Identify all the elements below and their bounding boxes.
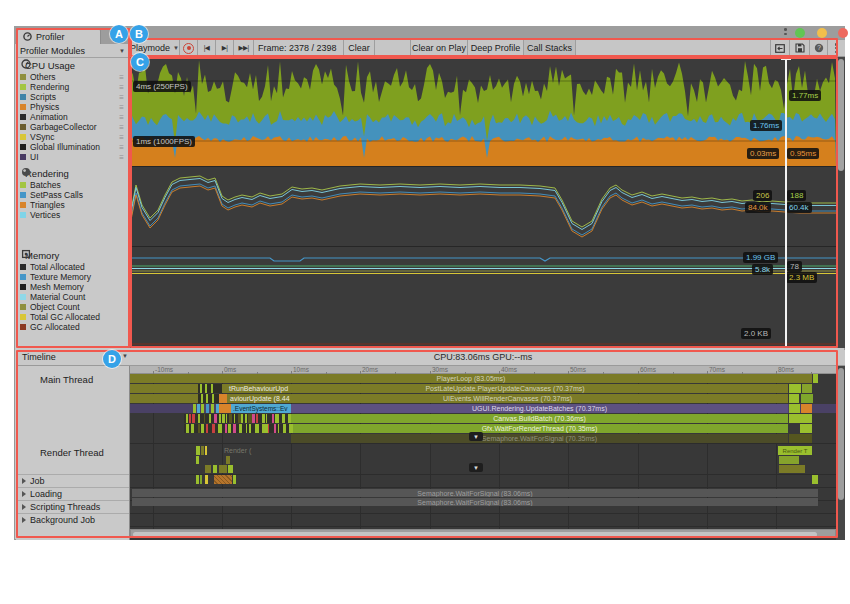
- timeline-sample-block[interactable]: [245, 414, 247, 423]
- timeline-sample-block[interactable]: [229, 414, 232, 423]
- timeline-sample-semaphore.waitforsignal[interactable]: Semaphore.WaitForSignal (83.06ms): [132, 498, 818, 506]
- window-minimize-button[interactable]: [817, 28, 827, 38]
- timeline-sample-block[interactable]: [226, 414, 228, 423]
- timeline-sample-block[interactable]: [789, 434, 812, 443]
- timeline-sample-block[interactable]: [234, 414, 236, 423]
- timeline-sample-block[interactable]: [206, 424, 208, 433]
- timeline-thread-loading[interactable]: Loading: [16, 487, 129, 500]
- deep-profile-toggle[interactable]: Deep Profile: [468, 40, 524, 56]
- timeline-sample-gfx.waitforrenderthread[interactable]: Gfx.WaitForRenderThread (70.35ms): [291, 424, 788, 433]
- timeline-sample-block[interactable]: [192, 414, 194, 423]
- timeline-sample-ugui.rendering.updatebatches[interactable]: UGUI.Rendering.UpdateBatches (70.37ms): [291, 404, 788, 413]
- timeline-sample-block[interactable]: [225, 424, 227, 433]
- timeline-sample-block[interactable]: [278, 424, 280, 433]
- timeline-sample-block[interactable]: [209, 414, 212, 423]
- timeline-sample-semaphore.waitforsignal[interactable]: Semaphore.WaitForSignal (83.06ms): [132, 489, 818, 497]
- timeline-sample-block[interactable]: [228, 465, 233, 473]
- timeline-view-dropdown[interactable]: Timeline ▼: [22, 352, 56, 362]
- timeline-sample-block[interactable]: [813, 374, 818, 383]
- timeline-sample-block[interactable]: [222, 414, 224, 423]
- timeline-sample-block[interactable]: [779, 456, 799, 464]
- legend-item-mesh-memory[interactable]: Mesh Memory: [20, 282, 128, 292]
- legend-item-setpass-calls[interactable]: SetPass Calls: [20, 190, 128, 200]
- legend-item-rendering[interactable]: Rendering≡: [20, 82, 128, 92]
- timeline-sample-block[interactable]: [233, 424, 236, 433]
- timeline-sample-aviourupdate[interactable]: aviourUpdate (8.44: [228, 394, 322, 403]
- timeline-sample-block[interactable]: [186, 414, 188, 423]
- timeline-sample-block[interactable]: [274, 424, 276, 433]
- legend-item-ui[interactable]: UI≡: [20, 152, 128, 162]
- call-stacks-toggle[interactable]: Call Stacks: [524, 40, 576, 56]
- save-profile-button[interactable]: [790, 40, 810, 56]
- drag-handle-icon[interactable]: ≡: [119, 103, 124, 112]
- timeline-sample-block[interactable]: [246, 424, 248, 433]
- timeline-sample-block[interactable]: [211, 384, 213, 393]
- legend-item-triangles[interactable]: Triangles: [20, 200, 128, 210]
- timeline-sample-block[interactable]: [191, 424, 194, 433]
- drag-handle-icon[interactable]: ≡: [119, 143, 124, 152]
- timeline-sample-trunbehaviourupd[interactable]: tRunBehaviourUpd: [227, 384, 319, 393]
- timeline-sample-render[interactable]: Render (: [222, 446, 284, 455]
- timeline-sample-block[interactable]: [201, 446, 204, 455]
- timeline-sample-block[interactable]: [275, 414, 278, 423]
- timeline-sample-block[interactable]: [219, 465, 227, 473]
- timeline-sample-block[interactable]: [206, 394, 208, 403]
- legend-item-animation[interactable]: Animation≡: [20, 112, 128, 122]
- timeline-sample-block[interactable]: [256, 414, 258, 423]
- clear-on-play-toggle[interactable]: Clear on Play: [410, 40, 468, 56]
- timeline-sample-playerloop[interactable]: PlayerLoop (83.05ms): [130, 374, 812, 383]
- clear-button[interactable]: Clear: [343, 40, 375, 56]
- timeline-sample-block[interactable]: [196, 446, 200, 455]
- selected-frame-handle[interactable]: [781, 57, 791, 60]
- timeline-sample-block[interactable]: [189, 414, 191, 423]
- timeline-sample-block[interactable]: [216, 404, 219, 413]
- timeline-sample-block[interactable]: [226, 456, 230, 464]
- expand-arrow-icon[interactable]: [22, 517, 26, 523]
- expand-arrow-icon[interactable]: [22, 478, 26, 484]
- timeline-sample-block[interactable]: [249, 424, 251, 433]
- overflow-marker[interactable]: ▼: [469, 463, 483, 472]
- timeline-sample-block[interactable]: [255, 424, 258, 433]
- timeline-sample-canvas.buildbatch[interactable]: Canvas.BuildBatch (70.36ms): [291, 414, 788, 423]
- drag-handle-icon[interactable]: ≡: [119, 83, 124, 92]
- timeline-sample-block[interactable]: [801, 394, 813, 403]
- timeline-sample-block[interactable]: [198, 424, 201, 433]
- overflow-marker[interactable]: ▼: [469, 432, 483, 441]
- timeline-sample-block[interactable]: [212, 424, 215, 433]
- timeline-sample-block[interactable]: [200, 384, 202, 393]
- record-button[interactable]: [180, 40, 198, 56]
- timeline-sample-.eventsystemsev[interactable]: .EventSystems::Ev: [231, 404, 293, 413]
- timeline-sample-block[interactable]: [272, 414, 274, 423]
- legend-item-garbagecollector[interactable]: GarbageCollector≡: [20, 122, 128, 132]
- drag-handle-icon[interactable]: ≡: [119, 113, 124, 122]
- timeline-sample-block[interactable]: [266, 414, 268, 423]
- timeline-sample-block[interactable]: [130, 394, 198, 403]
- legend-item-vertices[interactable]: Vertices: [20, 210, 128, 220]
- timeline-sample-block[interactable]: [789, 394, 799, 403]
- timeline-sample-block[interactable]: [186, 424, 189, 433]
- timeline-sample-idle-block[interactable]: [214, 475, 232, 484]
- timeline-sample-block[interactable]: [204, 414, 206, 423]
- timeline-sample-block[interactable]: [268, 424, 270, 433]
- playmode-dropdown[interactable]: Playmode ▼: [130, 40, 180, 56]
- legend-item-object-count[interactable]: Object Count: [20, 302, 128, 312]
- timeline-sample-block[interactable]: [239, 424, 242, 433]
- timeline-sample-block[interactable]: [789, 414, 812, 423]
- toolbar-kebab-button[interactable]: [828, 40, 844, 56]
- profiler-modules-dropdown[interactable]: Profiler Modules ▼: [16, 44, 129, 58]
- timeline-sample-block[interactable]: [205, 475, 208, 484]
- timeline-sample-block[interactable]: [211, 404, 214, 413]
- next-frame-button[interactable]: ▶|: [216, 40, 234, 56]
- legend-item-scripts[interactable]: Scripts≡: [20, 92, 128, 102]
- timeline-vertical-scrollbar[interactable]: [836, 366, 845, 540]
- timeline-sample-block[interactable]: [201, 404, 204, 413]
- timeline-sample-block[interactable]: [205, 446, 207, 455]
- drag-handle-icon[interactable]: ≡: [119, 73, 124, 82]
- legend-item-total-gc-allocated[interactable]: Total GC Allocated: [20, 312, 128, 322]
- legend-item-total-allocated[interactable]: Total Allocated: [20, 262, 128, 272]
- timeline-sample-block[interactable]: [282, 414, 284, 423]
- timeline-sample-block[interactable]: [213, 465, 217, 473]
- expand-arrow-icon[interactable]: [22, 504, 26, 510]
- timeline-sample-render[interactable]: Render T: [778, 446, 812, 455]
- prev-frame-button[interactable]: |◀: [198, 40, 216, 56]
